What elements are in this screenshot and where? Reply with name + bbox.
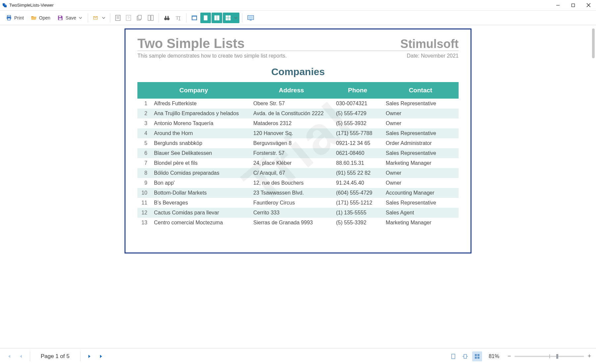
row-number: 7 — [137, 158, 151, 168]
separator — [242, 13, 242, 23]
svg-rect-44 — [477, 357, 479, 359]
svg-rect-22 — [168, 16, 169, 18]
zoom-page-width-button[interactable] — [460, 351, 470, 361]
report-subtitle: This sample demonstrates how to create t… — [137, 53, 287, 59]
table-row: 4Around the Horn120 Hanover Sq.(171) 555… — [137, 128, 459, 138]
table-row: 1Alfreds FutterkisteObere Str. 57030-007… — [137, 99, 459, 109]
cell-phone: (5) 555-3392 — [333, 218, 382, 228]
page-icon — [115, 15, 121, 21]
slider-tick — [549, 354, 550, 358]
thumbnails-button[interactable] — [145, 13, 156, 23]
print-label: Print — [14, 15, 24, 21]
zoom-out-button[interactable]: − — [506, 353, 513, 360]
cell-phone: (171) 555-7788 — [333, 128, 382, 138]
status-bar: Page 1 of 5 81% − + — [0, 348, 596, 364]
cell-phone: (171) 555-1212 — [333, 198, 382, 208]
open-button[interactable]: Open — [27, 13, 53, 23]
cell-contact: Sales Agent — [382, 208, 459, 218]
cell-phone: 91.24.45.40 — [333, 178, 382, 188]
cell-company: Ana Trujillo Emparedados y helados — [151, 109, 250, 118]
toolbar: Print Open Save ? T — [0, 11, 596, 25]
cell-company: Bottom-Dollar Markets — [151, 188, 250, 198]
resources-button[interactable] — [134, 13, 145, 23]
text-editor-button[interactable]: T — [173, 13, 183, 23]
print-button[interactable]: Print — [3, 13, 27, 23]
svg-rect-31 — [217, 16, 219, 20]
chevron-down-icon — [79, 16, 82, 20]
minimize-button[interactable] — [550, 0, 566, 11]
continuous-button[interactable] — [212, 13, 222, 23]
bookmarks-button[interactable] — [113, 13, 123, 23]
row-number: 9 — [137, 178, 151, 188]
open-label: Open — [39, 15, 50, 21]
cell-contact: Marketing Manager — [382, 218, 459, 228]
app-icon — [2, 3, 7, 8]
full-screen-button[interactable] — [189, 13, 200, 23]
row-number: 1 — [137, 99, 151, 109]
cell-company: Berglunds snabbköp — [151, 138, 250, 148]
single-page-button[interactable] — [200, 13, 211, 23]
report-page: Trial Two Simple Lists Stimulsoft This s… — [124, 28, 472, 253]
next-page-button[interactable] — [84, 351, 95, 362]
svg-point-19 — [164, 18, 167, 20]
cell-contact: Owner — [382, 118, 459, 128]
maximize-button[interactable] — [566, 0, 581, 11]
table-row: 5Berglunds snabbköpBerguvsvägen 80921-12… — [137, 138, 459, 148]
scrollbar-thumb[interactable] — [592, 28, 595, 58]
svg-rect-8 — [59, 18, 62, 20]
cell-address: 120 Hanover Sq. — [250, 128, 333, 138]
cell-address: Sierras de Granada 9993 — [250, 218, 333, 228]
save-button[interactable]: Save — [54, 13, 85, 23]
cell-company: Blondel père et fils — [151, 158, 250, 168]
cell-contact: Accounting Manager — [382, 188, 459, 198]
screen-icon — [247, 15, 254, 21]
text-edit-icon: T — [175, 15, 181, 21]
table-row: 6Blauer See DelikatessenForsterstr. 5706… — [137, 148, 459, 158]
table-row: 11B's BeveragesFauntleroy Circus(171) 55… — [137, 198, 459, 208]
question-page-icon: ? — [125, 15, 131, 21]
multipage-icon — [225, 15, 231, 21]
find-button[interactable] — [162, 13, 172, 23]
single-page-icon — [202, 15, 209, 21]
save-icon — [57, 15, 64, 21]
multipage-button[interactable] — [223, 13, 239, 23]
svg-rect-28 — [192, 17, 196, 20]
titlebar: TwoSimpleLists-Viewer — [0, 0, 596, 11]
zoom-single-page-button[interactable] — [448, 351, 458, 361]
zoom-multi-page-button[interactable] — [472, 351, 482, 361]
data-table: Company Address Phone Contact 1Alfreds F… — [137, 82, 459, 228]
row-number: 3 — [137, 118, 151, 128]
send-email-button[interactable] — [91, 13, 107, 23]
first-page-button[interactable] — [3, 351, 15, 362]
cell-contact: Sales Representative — [382, 148, 459, 158]
svg-rect-18 — [151, 15, 153, 21]
mail-icon — [93, 15, 99, 21]
col-address: Address — [250, 82, 333, 99]
cell-phone: 0621-08460 — [333, 148, 382, 158]
dot-matrix-button[interactable] — [245, 13, 256, 23]
svg-text:T: T — [176, 16, 179, 21]
cell-address: 12, rue des Bouchers — [250, 178, 333, 188]
cell-address: Berguvsvägen 8 — [250, 138, 333, 148]
close-button[interactable] — [581, 0, 596, 11]
svg-rect-16 — [138, 15, 141, 19]
parameters-button[interactable]: ? — [124, 13, 133, 23]
svg-text:?: ? — [127, 16, 129, 20]
page-indicator: Page 1 of 5 — [33, 353, 77, 360]
last-page-button[interactable] — [96, 351, 107, 362]
separator — [159, 13, 159, 23]
save-label: Save — [66, 15, 76, 21]
zoom-in-button[interactable]: + — [586, 353, 593, 360]
pages-icon — [136, 15, 143, 21]
prev-page-button[interactable] — [15, 351, 26, 362]
cell-address: Avda. de la Constitución 2222 — [250, 109, 333, 118]
slider-thumb[interactable] — [556, 354, 558, 359]
viewer-area[interactable]: Trial Two Simple Lists Stimulsoft This s… — [0, 25, 596, 348]
separator — [110, 13, 110, 23]
chevron-down-icon — [102, 16, 105, 20]
table-row: 13Centro comercial MoctezumaSierras de G… — [137, 218, 459, 228]
cell-address: Fauntleroy Circus — [250, 198, 333, 208]
cell-company: Bon app' — [151, 178, 250, 188]
section-title: Companies — [137, 66, 459, 77]
zoom-slider[interactable] — [515, 356, 584, 357]
